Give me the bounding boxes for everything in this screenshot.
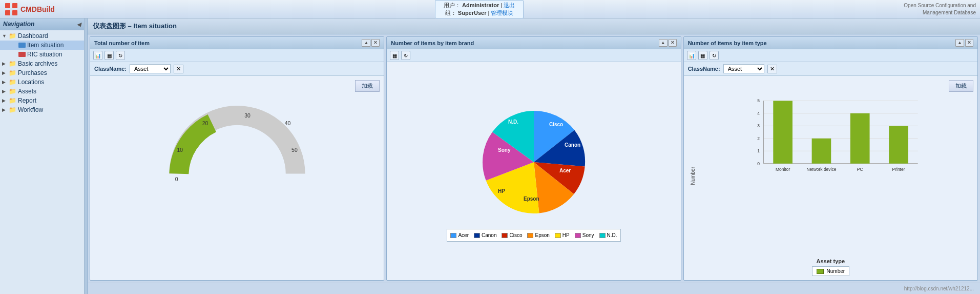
bar-chart-content: 5 4 3 2 1 0	[698, 96, 973, 256]
panel1-gauge-chart: 0 10 20 30 40 50	[155, 96, 319, 188]
sidebar-item-locations[interactable]: ▶ 📁 Locations	[0, 77, 84, 87]
panel3-load-btn[interactable]: 加载	[949, 80, 973, 92]
expand-icon-wf: ▶	[2, 107, 7, 112]
sidebar-item-purchases[interactable]: ▶ 📁 Purchases	[0, 68, 84, 77]
svg-text:40: 40	[284, 121, 290, 126]
y-axis-label: Number	[690, 167, 696, 185]
panel2-refresh-icon[interactable]: ↻	[401, 51, 410, 60]
panel3-title: Number of items by item type	[688, 40, 767, 46]
legend-cisco: Cisco	[502, 232, 522, 238]
panel1-chart-icon[interactable]: 📊	[93, 51, 102, 60]
panel1-close-btn[interactable]: ✕	[371, 39, 380, 47]
legend-label-epson: Epson	[535, 232, 549, 238]
sidebar-item-assets[interactable]: ▶ 📁 Assets	[0, 87, 84, 96]
svg-text:20: 20	[202, 121, 208, 126]
svg-text:1: 1	[757, 148, 760, 153]
panel3-header: Number of items by item type ▲ ✕	[684, 37, 977, 49]
panel1-load-btn[interactable]: 加载	[355, 80, 380, 92]
bottom-bar: http://blog.csdn.net/wh21212...	[88, 283, 980, 294]
panel2-content: Cisco Canon Acer Epson HP Sony N.D. Acer	[387, 62, 680, 280]
svg-text:Cisco: Cisco	[549, 122, 563, 127]
breadcrumb: 仪表盘图形 – Item situation	[88, 18, 980, 34]
sidebar-collapse-btn[interactable]: ◀	[77, 22, 81, 27]
svg-text:Sony: Sony	[498, 147, 511, 153]
svg-text:0: 0	[757, 161, 760, 166]
svg-text:3: 3	[757, 123, 760, 128]
panel1-restore-btn[interactable]: ▲	[362, 39, 370, 47]
sidebar-label-basic-archives: Basic archives	[18, 60, 57, 67]
svg-text:4: 4	[757, 111, 760, 116]
panel2-toolbar: ▦ ↻	[387, 49, 680, 62]
bar-chart-svg: 5 4 3 2 1 0	[698, 96, 973, 178]
panel1-class-select[interactable]: Asset	[130, 64, 171, 73]
sidebar-label-rfc-situation: RfC situation	[27, 51, 62, 58]
pie-legend: Acer Canon Cisco	[447, 229, 620, 242]
sidebar-label-dashboard: Dashboard	[18, 32, 48, 40]
legend-color-hp	[555, 233, 561, 238]
legend-label-nd: N.D.	[607, 232, 617, 238]
bar-monitor	[773, 101, 793, 163]
rfc-situation-icon	[18, 52, 26, 57]
panel3-restore-btn[interactable]: ▲	[955, 39, 964, 47]
panel2-header-btns: ▲ ✕	[659, 39, 677, 47]
panel2-close-btn[interactable]: ✕	[669, 39, 677, 47]
panel3-chart-icon[interactable]: 📊	[687, 51, 696, 60]
footer-url: http://blog.csdn.net/wh21212...	[904, 286, 974, 291]
user-label: 用户：	[444, 2, 461, 8]
expand-icon-pur: ▶	[2, 70, 7, 75]
svg-text:50: 50	[291, 147, 298, 153]
expand-icon: ▼	[2, 33, 7, 38]
panel-items-brand: Number of items by item brand ▲ ✕ ▦ ↻	[386, 36, 681, 281]
legend-label-canon: Canon	[482, 232, 496, 238]
sidebar-label-assets: Assets	[18, 88, 36, 95]
sidebar-item-report[interactable]: ▶ 📁 Report	[0, 96, 84, 105]
y-axis-label-container: Number	[688, 96, 698, 256]
svg-text:HP: HP	[498, 188, 505, 194]
legend-label-acer: Acer	[458, 232, 469, 238]
sidebar-item-basic-archives[interactable]: ▶ 📁 Basic archives	[0, 59, 84, 68]
expand-icon-loc: ▶	[2, 80, 7, 85]
svg-text:Epson: Epson	[524, 196, 539, 202]
panel3-filter-label: ClassName:	[688, 66, 720, 72]
sidebar-item-workflow[interactable]: ▶ 📁 Workflow	[0, 105, 84, 114]
legend-color-canon	[474, 233, 480, 238]
expand-icon-ba: ▶	[2, 61, 7, 66]
svg-text:10: 10	[177, 147, 183, 153]
panel1-refresh-icon[interactable]: ↻	[116, 51, 125, 60]
svg-text:5: 5	[757, 98, 760, 103]
panel2-grid-icon[interactable]: ▦	[390, 51, 399, 60]
user-name: Administrator	[462, 2, 499, 8]
panel3-grid-icon[interactable]: ▦	[698, 51, 707, 60]
panel3-refresh-icon[interactable]: ↻	[710, 51, 719, 60]
manage-link[interactable]: 管理模块	[491, 10, 513, 16]
sidebar-label-item-situation: Item situation	[27, 42, 64, 49]
panel3-class-select[interactable]: Asset	[723, 64, 764, 73]
sidebar-item-item-situation[interactable]: Item situation	[0, 41, 84, 50]
chart-legend: Number	[812, 266, 850, 276]
sidebar-item-dashboard[interactable]: ▼ 📁 Dashboard	[0, 31, 84, 41]
user-info-box: 用户： Administrator | 退出 组： SuperUser | 管理…	[435, 0, 524, 18]
role-line: 组： SuperUser | 管理模块	[444, 9, 515, 17]
bar-chart-wrapper: Number	[688, 96, 973, 276]
logout-link[interactable]: 退出	[504, 2, 515, 8]
panel1-grid-icon[interactable]: ▦	[105, 51, 114, 60]
legend-color-acer	[450, 233, 456, 238]
panel-total-items: Total number of item ▲ ✕ 📊 ▦ ↻ ClassName…	[90, 36, 384, 281]
logo-area: CMDBuild	[4, 2, 55, 16]
svg-text:N.D.: N.D.	[508, 119, 518, 125]
panel2-restore-btn[interactable]: ▲	[659, 39, 668, 47]
panel3-close-btn[interactable]: ✕	[965, 39, 973, 47]
sidebar-content: ▼ 📁 Dashboard Item situation RfC situati…	[0, 30, 84, 294]
legend-color-epson	[527, 233, 533, 238]
legend-sony: Sony	[575, 232, 594, 238]
svg-text:Canon: Canon	[565, 142, 580, 148]
sidebar-item-rfc-situation[interactable]: RfC situation	[0, 50, 84, 59]
svg-text:0: 0	[175, 177, 178, 182]
logo-icon	[4, 2, 18, 16]
panel1-content: 加载 0 10 20 30 40 50	[90, 76, 384, 280]
folder-icon-assets: 📁	[9, 88, 16, 95]
panel2-title: Number of items by item brand	[391, 40, 474, 46]
folder-icon-ba: 📁	[9, 60, 16, 67]
panel1-clear-btn[interactable]: ✕	[174, 65, 183, 73]
panel3-clear-btn[interactable]: ✕	[767, 65, 777, 73]
